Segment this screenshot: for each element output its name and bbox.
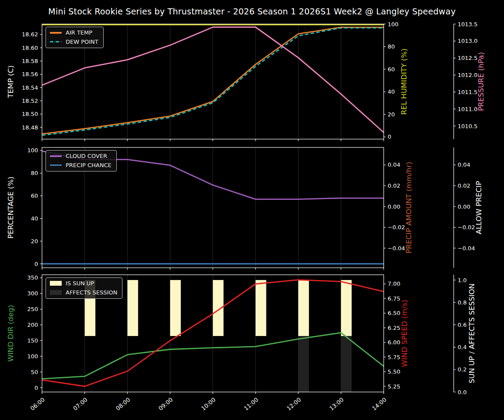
y-tick-label-right1: 100 xyxy=(388,21,399,28)
y-axis-label-wind-speed-m-s: WIND SPEED (m/s) xyxy=(400,300,409,367)
affects-session-bar xyxy=(341,336,351,392)
legend-item-precip-chance: PRECIP CHANCE xyxy=(50,162,112,169)
y-tick-label-right1: 0.00 xyxy=(388,203,400,210)
y-tick-label-left: 150 xyxy=(27,337,38,344)
legend-precipitation-panel: CLOUD COVERPRECIP CHANCE xyxy=(46,150,117,172)
y-tick-label-right2: −0.04 xyxy=(458,245,475,252)
is-sun-up-bar xyxy=(127,280,138,336)
legend-item-is-sun-up: IS SUN UP xyxy=(50,280,117,287)
y-tick-label-left: 18.58 xyxy=(22,58,38,64)
y-tick-label-left: 300 xyxy=(27,290,38,297)
y-tick-label-right2: 1011.0 xyxy=(458,106,478,112)
y-tick-label-right2: −0.02 xyxy=(458,224,475,231)
legend-label: CLOUD COVER xyxy=(66,153,107,160)
y-tick-label-right1: 0 xyxy=(388,133,391,140)
legend-swatch-is-sun-up xyxy=(50,281,62,286)
y-tick-label-left: 18.56 xyxy=(22,71,38,77)
y-tick-label-left: 18.60 xyxy=(22,45,38,51)
is-sun-up-bar xyxy=(341,280,351,336)
y-tick-label-right2: 0.6 xyxy=(458,322,467,328)
y-tick-label-left: 350 xyxy=(27,274,38,281)
legend-swatch-air-temp xyxy=(50,32,62,34)
y-tick-label-left: 50 xyxy=(31,369,38,375)
is-sun-up-bar xyxy=(256,280,266,336)
y-tick-label-left: 18.54 xyxy=(22,84,38,91)
y-tick-label-left: 18.52 xyxy=(22,98,38,104)
y-tick-label-right1: 6.50 xyxy=(388,310,400,316)
y-tick-label-right1: 0.04 xyxy=(388,161,400,168)
y-axis-label-percentage: PERCENTAGE (%) xyxy=(7,176,15,238)
legend-label: DEW POINT xyxy=(66,38,98,46)
y-tick-label-right1: −0.02 xyxy=(388,224,405,231)
y-tick-label-left: 60 xyxy=(31,192,38,199)
legend-item-affects-session: AFFECTS SESSION xyxy=(50,289,117,296)
weather-forecast-figure: Mini Stock Rookie Series by Thrustmaster… xyxy=(0,0,504,420)
y-tick-label-right1: 6.75 xyxy=(388,295,400,302)
x-tick-label: 07:00 xyxy=(72,396,88,412)
legend-item-cloud-cover: CLOUD COVER xyxy=(50,153,112,160)
y-axis-label-pressure-hpa: PRESSURE (hPa) xyxy=(477,52,485,111)
x-tick-label: 09:00 xyxy=(157,396,174,412)
legend-wind-panel: IS SUN UPAFFECTS SESSION xyxy=(46,277,122,299)
y-axis-label-allow-precip: ALLOW PRECIP xyxy=(475,181,483,234)
y-tick-label-right2: 0.8 xyxy=(458,299,467,306)
legend-label: AIR TEMP xyxy=(66,29,92,36)
y-tick-label-right2: 1013.5 xyxy=(458,21,478,28)
y-tick-label-left: 40 xyxy=(31,215,38,222)
y-tick-label-right2: 0.4 xyxy=(458,344,467,350)
y-tick-label-right2: 1012.0 xyxy=(458,72,478,78)
y-tick-label-right2: 1012.5 xyxy=(458,55,478,61)
x-tick-label: 13:00 xyxy=(328,396,345,412)
affects-session-bar xyxy=(298,336,309,392)
x-tick-label: 12:00 xyxy=(285,396,302,412)
y-tick-label-right2: 0.04 xyxy=(458,161,470,168)
y-tick-label-right1: 6.00 xyxy=(388,339,400,346)
y-tick-label-right2: 1011.5 xyxy=(458,89,478,95)
y-tick-label-left: 100 xyxy=(27,353,38,360)
y-axis-label-temp-c: TEMP (C) xyxy=(7,65,15,98)
legend-swatch-precip-chance xyxy=(50,164,62,166)
legend-label: IS SUN UP xyxy=(66,280,94,287)
y-axis-label-precip-amount-mm-hr: PRECIP AMOUNT (mm/hr) xyxy=(405,162,413,254)
y-tick-label-left: 200 xyxy=(27,322,38,328)
y-tick-label-right1: 6.25 xyxy=(388,325,400,331)
y-tick-label-right1: −0.04 xyxy=(388,245,405,252)
y-tick-label-left: 18.62 xyxy=(22,31,38,38)
y-tick-label-right1: 5.75 xyxy=(388,354,400,360)
y-tick-label-right1: 7.00 xyxy=(388,280,400,287)
y-tick-label-right1: 5.25 xyxy=(388,383,400,390)
y-tick-label-right2: 1010.5 xyxy=(458,123,478,130)
weather-charts-svg: 18.4818.5018.5218.5418.5618.5818.6018.62… xyxy=(0,0,504,420)
legend-swatch-dew-point xyxy=(50,41,62,43)
y-tick-label-right1: 5.50 xyxy=(388,368,400,375)
y-axis-label-wind-dir-deg: WIND DIR (deg) xyxy=(7,305,15,362)
y-axis-label-sun-up-affects-session: SUN UP / AFFECTS SESSION xyxy=(468,284,476,383)
x-tick-label: 06:00 xyxy=(29,396,46,412)
y-tick-label-right1: 20 xyxy=(388,111,395,118)
legend-label: PRECIP CHANCE xyxy=(66,162,112,169)
x-tick-label: 14:00 xyxy=(371,396,388,412)
x-tick-label: 08:00 xyxy=(115,396,131,412)
y-tick-label-left: 100 xyxy=(27,147,38,154)
y-tick-label-right2: 1013.0 xyxy=(458,38,478,44)
y-axis-label-rel-humidity: REL HUMIDITY (%) xyxy=(400,49,408,115)
y-tick-label-right2: 1.0 xyxy=(458,277,467,284)
y-tick-label-left: 18.48 xyxy=(22,124,38,131)
legend-temperature-panel: AIR TEMPDEW POINT xyxy=(46,27,104,48)
y-tick-label-right1: 0.02 xyxy=(388,182,400,189)
y-tick-label-left: 18.50 xyxy=(22,111,38,117)
y-tick-label-right1: 60 xyxy=(388,66,395,73)
y-tick-label-left: 0 xyxy=(35,261,38,267)
is-sun-up-bar xyxy=(298,280,309,336)
y-tick-label-right2: 0.02 xyxy=(458,182,470,189)
x-tick-label: 10:00 xyxy=(200,396,217,412)
legend-swatch-cloud-cover xyxy=(50,155,62,157)
x-tick-label: 11:00 xyxy=(243,396,259,412)
legend-item-air-temp: AIR TEMP xyxy=(50,29,98,36)
legend-swatch-affects-session xyxy=(50,290,62,295)
legend-item-dew-point: DEW POINT xyxy=(50,38,98,46)
y-tick-label-right2: 0.0 xyxy=(458,389,467,396)
is-sun-up-bar xyxy=(170,280,181,336)
y-tick-label-right1: 40 xyxy=(388,88,395,95)
y-tick-label-right2: 0.00 xyxy=(458,203,470,210)
